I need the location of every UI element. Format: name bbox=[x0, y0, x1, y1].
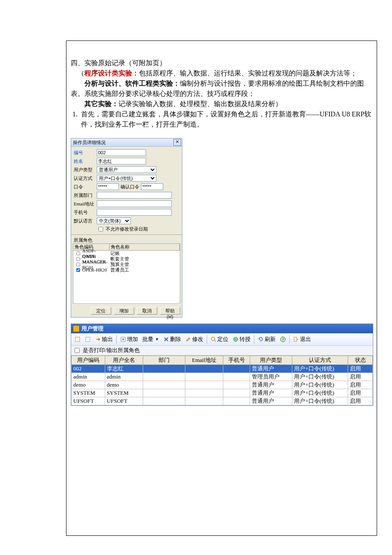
role-row[interactable]: OPER-HR20普通员工 bbox=[73, 267, 180, 273]
print-roles-checkbox[interactable] bbox=[75, 348, 80, 353]
col-header[interactable]: 状态 bbox=[348, 356, 373, 365]
label-code: 编号 bbox=[74, 150, 97, 156]
toolbar-icon-2[interactable] bbox=[83, 335, 92, 343]
table-row[interactable]: SYSTEMSYSTEM普通用户用户+口令(传统)启用 bbox=[72, 389, 373, 397]
toolbar-icon-1[interactable] bbox=[73, 335, 82, 343]
label-dept: 所属部门 bbox=[74, 192, 97, 199]
role-checkbox[interactable] bbox=[76, 268, 80, 272]
locate-button[interactable]: 定位 bbox=[209, 335, 230, 344]
toolbar: 输出 增加 批量▼ 删除 修改 定位 转授 刷新 ? 退出 bbox=[71, 333, 373, 346]
table-row[interactable]: 002李志红普通用户用户+口令(传统)启用 bbox=[72, 365, 373, 373]
col-role-name: 角色名称 bbox=[110, 244, 180, 250]
svg-rect-1 bbox=[86, 337, 90, 341]
label-roles: 所属角色 bbox=[74, 237, 97, 243]
phone-input[interactable] bbox=[97, 209, 172, 216]
label-lang: 默认语言 bbox=[74, 218, 97, 224]
help-icon[interactable]: ? bbox=[278, 335, 288, 343]
label-phone: 手机号 bbox=[74, 209, 97, 216]
grant-button[interactable]: 转授 bbox=[231, 335, 252, 344]
col-header[interactable]: 用户编码 bbox=[72, 356, 105, 365]
table-row[interactable]: UFSOFTUFSOFT普通用户用户+口令(传统)启用 bbox=[72, 397, 373, 405]
col-header[interactable]: 用户全名 bbox=[105, 356, 143, 365]
label-password: 口令 bbox=[74, 184, 97, 190]
label-user-type: 用户类型 bbox=[74, 167, 97, 173]
add-button[interactable]: 增加 bbox=[114, 307, 134, 315]
auth-select[interactable]: 用户+口令(传统) bbox=[97, 175, 156, 182]
help-button[interactable]: 帮助(H) bbox=[160, 307, 180, 315]
window-title: 用户管理 bbox=[81, 324, 104, 333]
table-row[interactable]: adminadmin管理员用户用户+口令(传统)启用 bbox=[72, 373, 373, 381]
svg-text:?: ? bbox=[282, 337, 284, 342]
email-input[interactable] bbox=[97, 200, 172, 207]
export-button[interactable]: 输出 bbox=[93, 335, 115, 344]
confirm-password-input[interactable] bbox=[141, 183, 163, 190]
col-header[interactable]: 认证方式 bbox=[292, 356, 348, 365]
operator-detail-dialog: 操作员详细情况 ✕ 编号 姓名 用户类型普通用户 认证方式用户+口令(传统) 口… bbox=[71, 138, 182, 318]
window-title-bar[interactable]: 用户管理 bbox=[71, 324, 373, 333]
lock-date-checkbox[interactable] bbox=[98, 227, 103, 231]
add-button[interactable]: 增加 bbox=[118, 335, 140, 344]
label-auth: 认证方式 bbox=[74, 175, 97, 182]
label-confirm-password: 确认口令 bbox=[121, 184, 139, 190]
role-checkbox[interactable] bbox=[76, 251, 80, 255]
subbar: 是否打印/输出所属角色 bbox=[71, 346, 373, 356]
cancel-button[interactable]: 取消 bbox=[137, 307, 157, 315]
refresh-button[interactable]: 刷新 bbox=[256, 335, 277, 344]
name-input[interactable] bbox=[97, 158, 146, 165]
label-name: 姓名 bbox=[74, 158, 97, 165]
modify-button[interactable]: 修改 bbox=[184, 335, 205, 344]
svg-rect-7 bbox=[294, 337, 297, 341]
print-roles-label: 是否打印/输出所属角色 bbox=[83, 346, 140, 355]
col-header[interactable]: 手机号 bbox=[223, 356, 250, 365]
dept-input[interactable] bbox=[97, 192, 172, 199]
code-input[interactable] bbox=[97, 149, 146, 156]
role-row[interactable]: MANAGER-BG01预算主管 bbox=[73, 262, 180, 267]
dialog-title-bar[interactable]: 操作员详细情况 ✕ bbox=[71, 139, 182, 147]
roles-grid[interactable]: 角色编码角色名称 ASDF-QWER记账DATA-MANAGER帐套主管MANA… bbox=[73, 243, 180, 304]
exit-button[interactable]: 退出 bbox=[291, 335, 313, 344]
col-header[interactable]: 部门 bbox=[143, 356, 185, 365]
label-lock-date: 不允许修改登录日期 bbox=[106, 226, 148, 232]
lang-select[interactable]: 中文(简体) bbox=[97, 217, 131, 224]
svg-rect-0 bbox=[75, 337, 80, 341]
svg-point-4 bbox=[233, 337, 238, 341]
col-header[interactable]: 用户类型 bbox=[250, 356, 292, 365]
role-checkbox[interactable] bbox=[76, 263, 80, 266]
role-checkbox[interactable] bbox=[76, 257, 80, 261]
password-input[interactable] bbox=[97, 183, 119, 190]
chevron-down-icon: ▼ bbox=[155, 337, 159, 341]
table-row[interactable]: demodemo普通用户用户+口令(传统)启用 bbox=[72, 381, 373, 389]
user-type-select[interactable]: 普通用户 bbox=[97, 166, 156, 173]
locate-button[interactable]: 定位 bbox=[91, 307, 111, 315]
app-icon bbox=[73, 325, 80, 332]
col-header[interactable]: Email地址 bbox=[185, 356, 223, 365]
svg-point-3 bbox=[211, 337, 215, 341]
delete-button[interactable]: 删除 bbox=[161, 335, 183, 344]
heading-4: 四、实验原始记录（可附加页） bbox=[71, 58, 372, 68]
label-email: Email地址 bbox=[74, 201, 97, 207]
user-management-window: 用户管理 输出 增加 批量▼ 删除 修改 定位 转授 刷新 ? 退出 是否打印/… bbox=[71, 324, 373, 406]
close-button[interactable]: ✕ bbox=[173, 139, 181, 146]
document-text: 四、实验原始记录（可附加页） （程序设计类实验：包括原程序、输入数据、运行结果、… bbox=[71, 58, 372, 130]
batch-button[interactable]: 批量▼ bbox=[141, 335, 161, 344]
user-table[interactable]: 用户编码用户全名部门Email地址手机号用户类型认证方式状态 002李志红普通用… bbox=[71, 356, 373, 405]
dialog-title: 操作员详细情况 bbox=[73, 140, 106, 145]
step-1: 1.首先，需要自己建立账套，具体步骤如下，设置好角色之后，打开新道教育——UFI… bbox=[71, 109, 372, 130]
